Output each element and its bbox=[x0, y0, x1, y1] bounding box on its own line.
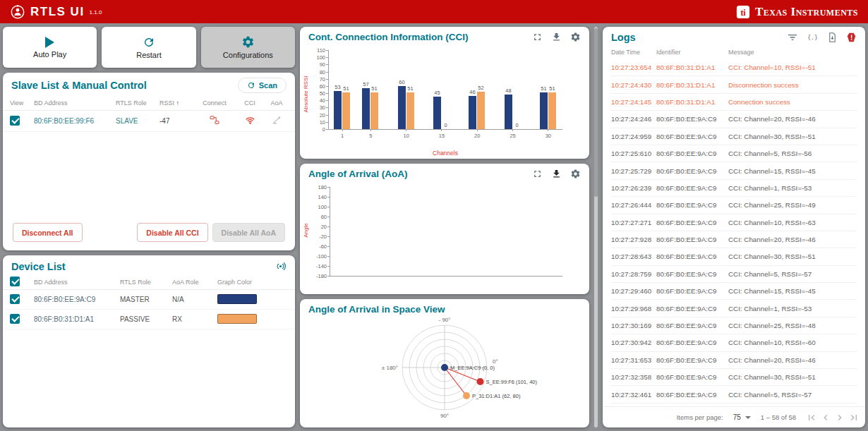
log-time: 10:27:27:271 bbox=[611, 219, 656, 226]
device-rtls-role: MASTER bbox=[120, 296, 172, 303]
cci-y-tick: 100 bbox=[306, 54, 325, 61]
svg-text:ti: ti bbox=[740, 7, 746, 17]
auto-play-label: Auto Play bbox=[33, 50, 66, 59]
log-row: 10:27:24:14580:6F:B0:31:D1:A1Connection … bbox=[611, 94, 857, 111]
aoa-angle-icon[interactable] bbox=[271, 115, 282, 126]
cci-x-axis-label: Channels bbox=[328, 150, 562, 157]
log-message: CCI: Channel=10, RSSI=-60 bbox=[728, 339, 857, 346]
cci-y-tickmark bbox=[326, 64, 328, 65]
log-row: 10:27:26:44480:6F:B0:EE:9A:C9CCI: Channe… bbox=[611, 197, 857, 214]
download-icon[interactable] bbox=[551, 169, 562, 179]
download-icon[interactable] bbox=[551, 32, 562, 42]
log-time: 10:27:24:959 bbox=[611, 133, 656, 140]
connect-icon[interactable] bbox=[209, 115, 220, 126]
cci-y-tick: 0 bbox=[306, 126, 325, 133]
log-identifier: 80:6F:B0:EE:9A:C9 bbox=[656, 115, 728, 123]
space-plot: - 90°90°± 180°0°M_EE:9A:C9 (0, 0)S_EE:99… bbox=[303, 317, 586, 424]
log-time: 10:27:23:654 bbox=[611, 63, 656, 71]
items-per-page-select[interactable]: 75 bbox=[733, 413, 751, 421]
device-row-checkbox[interactable] bbox=[10, 314, 20, 324]
app-brand: RTLS UI 1.1.0 bbox=[10, 4, 102, 20]
scrollbar[interactable] bbox=[594, 27, 598, 427]
configurations-button[interactable]: Configurations bbox=[201, 27, 295, 68]
log-row: 10:27:25:72980:6F:B0:EE:9A:C9CCI: Channe… bbox=[611, 162, 857, 179]
cci-bar bbox=[362, 88, 370, 129]
device-select-all-checkbox[interactable] bbox=[10, 277, 20, 286]
cci-y-tick: 10 bbox=[306, 119, 325, 126]
first-page-icon[interactable] bbox=[806, 412, 817, 423]
settings-icon[interactable] bbox=[570, 32, 581, 42]
cci-bar bbox=[370, 92, 378, 129]
cci-y-tickmark bbox=[326, 57, 328, 58]
polar-label: P_31:D1:A1 (62, 80) bbox=[472, 393, 521, 399]
slave-rtls-role: SLAVE bbox=[116, 117, 159, 125]
log-identifier: 80:6F:B0:EE:9A:C9 bbox=[656, 373, 728, 381]
fullscreen-icon[interactable] bbox=[532, 32, 543, 42]
aoa-y-tick: -180 bbox=[307, 273, 327, 279]
col-aoa: AoA bbox=[265, 99, 288, 107]
chevron-down-icon bbox=[745, 416, 751, 419]
cci-x-tickmark bbox=[406, 129, 406, 131]
slave-row-checkbox[interactable] bbox=[10, 116, 20, 126]
log-row: 10:27:23:65480:6F:B0:31:D1:A1CCI: Channe… bbox=[611, 59, 857, 76]
slave-rssi: -47 bbox=[159, 117, 195, 125]
cci-y-tickmark bbox=[326, 100, 328, 101]
settings-icon[interactable] bbox=[570, 169, 581, 179]
aoa-y-tick: 20 bbox=[307, 224, 327, 230]
paginator: Items per page: 75 1 – 58 of 58 bbox=[603, 406, 865, 427]
cci-y-tickmark bbox=[326, 115, 328, 116]
cci-wifi-icon[interactable] bbox=[244, 115, 256, 126]
log-message: CCI: Channel=10, RSSI=-51 bbox=[728, 63, 857, 71]
polar-label: 0° bbox=[493, 358, 498, 365]
cci-x-tickmark bbox=[477, 129, 478, 131]
col-cci: CCI bbox=[234, 99, 265, 107]
fullscreen-icon[interactable] bbox=[532, 169, 543, 179]
log-identifier: 80:6F:B0:EE:9A:C9 bbox=[656, 270, 728, 278]
log-row: 10:27:24:95980:6F:B0:EE:9A:C9CCI: Channe… bbox=[611, 128, 857, 145]
auto-play-button[interactable]: Auto Play bbox=[3, 27, 97, 68]
export-file-icon[interactable] bbox=[827, 32, 838, 43]
log-message: Connection success bbox=[728, 98, 857, 106]
log-message: CCI: Channel=30, RSSI=-51 bbox=[728, 133, 857, 140]
log-time: 10:27:26:239 bbox=[611, 184, 656, 192]
cci-bar-value: 51 bbox=[402, 85, 419, 92]
right-column: Logs {.} Date Time Identifier Message 10… bbox=[603, 27, 865, 427]
cci-y-tick: 50 bbox=[306, 90, 325, 97]
cci-bar-value: 51 bbox=[337, 85, 355, 92]
log-identifier: 80:6F:B0:EE:9A:C9 bbox=[656, 391, 728, 399]
cci-y-tickmark bbox=[326, 50, 328, 51]
aoa-y-tickmark bbox=[327, 217, 330, 217]
aoa-y-tickmark bbox=[327, 266, 330, 267]
log-identifier: 80:6F:B0:EE:9A:C9 bbox=[656, 219, 728, 226]
cci-bar-value: 48 bbox=[500, 87, 517, 94]
graph-color-swatch bbox=[217, 294, 257, 304]
scrollbar-thumb[interactable] bbox=[594, 28, 598, 197]
restart-button[interactable]: Restart bbox=[102, 27, 195, 68]
cci-panel-title: Cont. Connection Information (CCI) bbox=[308, 32, 468, 42]
filter-list-icon[interactable] bbox=[787, 32, 798, 43]
col-rssi-sort[interactable]: RSSI ↑ bbox=[159, 99, 195, 107]
device-row-checkbox[interactable] bbox=[10, 294, 20, 304]
cci-y-tick: 70 bbox=[306, 76, 325, 83]
items-per-page-label: Items per page: bbox=[677, 413, 723, 421]
radar-icon[interactable] bbox=[275, 260, 287, 272]
cci-y-tickmark bbox=[326, 72, 328, 73]
disable-all-cci-button[interactable]: Disable All CCI bbox=[137, 223, 207, 242]
log-time: 10:27:29:460 bbox=[611, 287, 656, 295]
log-message: CCI: Channel=30, RSSI=-51 bbox=[728, 253, 857, 260]
cci-y-tick: 20 bbox=[306, 112, 325, 119]
previous-page-icon[interactable] bbox=[820, 412, 831, 423]
alert-icon[interactable] bbox=[846, 32, 857, 43]
log-row: 10:27:30:94280:6F:B0:EE:9A:C9CCI: Channe… bbox=[611, 334, 857, 351]
next-page-icon[interactable] bbox=[834, 412, 845, 423]
aoa-y-tickmark bbox=[327, 197, 330, 198]
last-page-icon[interactable] bbox=[848, 412, 860, 423]
cci-bar-value: 45 bbox=[428, 90, 446, 96]
disconnect-all-button[interactable]: Disconnect All bbox=[13, 223, 83, 242]
json-braces-icon[interactable]: {.} bbox=[807, 32, 819, 43]
aoa-panel: Angle of Arrival (AoA) Angle 18014010060… bbox=[300, 164, 589, 294]
log-time: 10:27:31:653 bbox=[611, 356, 656, 364]
scan-button[interactable]: Scan bbox=[238, 78, 287, 93]
aoa-plot: Angle 1801401006020-20-60-100-140-180 bbox=[300, 181, 589, 294]
aoa-y-tickmark bbox=[327, 226, 330, 227]
